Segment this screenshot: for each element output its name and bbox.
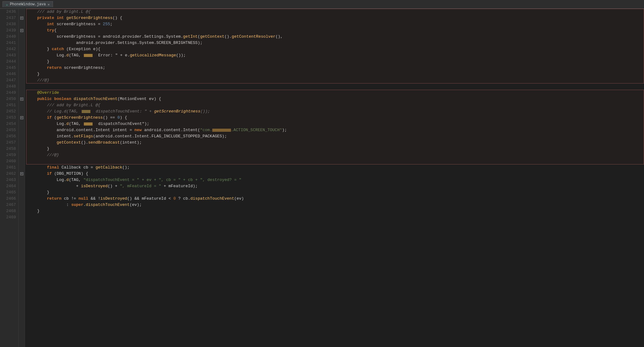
code-text: if (getScreenBrightness() == 0) { xyxy=(27,115,127,121)
ln-2468: 2468 xyxy=(0,208,18,214)
code-line-2450: public boolean dispatchTouchEvent(Motion… xyxy=(27,96,644,102)
ln-2461: 2461 xyxy=(0,164,18,171)
code-text: try{ xyxy=(27,27,57,34)
code-line-2449: @Override xyxy=(27,90,644,96)
code-line-2438: int screenBrightness = 255; xyxy=(27,21,644,27)
code-line-2447: ///@} xyxy=(27,77,644,83)
code-line-2463: Log.d(TAG, "dispatchTouchEvent = " + ev … xyxy=(27,177,644,183)
code-text: /// add by Bright.L @{ xyxy=(27,9,91,15)
file-tab[interactable]: ☕ PhoneWindow.java ✕ xyxy=(2,1,53,7)
code-line-2455: android.content.Intent intent = new andr… xyxy=(27,127,644,133)
code-line-2469 xyxy=(27,214,644,221)
editor-container: 2436 2437 2438 2439 2440 2441 2442 2443 … xyxy=(0,9,644,347)
ln-2456: 2456 xyxy=(0,133,18,140)
ln-2451: 2451 xyxy=(0,102,18,108)
code-text: android.content.Intent intent = new andr… xyxy=(27,127,287,133)
ln-2454: 2454 xyxy=(0,121,18,127)
code-text: + isDestroyed() + ", mFeatureId = " + mF… xyxy=(27,183,198,189)
code-text: } xyxy=(27,208,40,214)
code-line-2458: } xyxy=(27,146,644,152)
code-text: : super.dispatchTouchEvent(ev); xyxy=(27,202,142,208)
code-area[interactable]: /// add by Bright.L @{ private int getSc… xyxy=(25,9,644,347)
code-text: // Log.d(TAG, dispatchTouchEvent: " + ge… xyxy=(27,108,210,115)
ln-2442: 2442 xyxy=(0,46,18,52)
code-line-2453: if (getScreenBrightness() == 0) { xyxy=(27,115,644,121)
code-text: } catch (Exception e){ xyxy=(27,46,100,52)
code-text: @Override xyxy=(27,90,59,96)
fold-btn-2439[interactable]: − xyxy=(19,27,25,34)
code-line-2437: private int getScreenBrightness() { xyxy=(27,15,644,21)
code-line-2440: screenBrightness = android.provider.Sett… xyxy=(27,34,644,40)
code-line-2454: Log.d(TAG, dispatchTouchEvent"); xyxy=(27,121,644,127)
ln-2445: 2445 xyxy=(0,65,18,71)
code-text: /// add by Bright.L @{ xyxy=(27,102,100,108)
code-text: getContext().sendBroadcast(intent); xyxy=(27,140,142,146)
ln-2463: 2463 xyxy=(0,177,18,183)
code-line-2462: if (DBG_MOTION) { xyxy=(27,171,644,177)
code-text: Log.d(TAG, dispatchTouchEvent"); xyxy=(27,121,149,127)
code-line-2442: } catch (Exception e){ xyxy=(27,46,644,52)
code-text: int screenBrightness = 255; xyxy=(27,21,113,27)
ln-2446: 2446 xyxy=(0,71,18,77)
code-text: ///@} xyxy=(27,77,49,83)
code-text: private int getScreenBrightness() { xyxy=(27,15,122,21)
code-text: public boolean dispatchTouchEvent(Motion… xyxy=(27,96,161,102)
fold-btn-2450[interactable]: − xyxy=(19,96,25,102)
ln-2436: 2436 xyxy=(0,9,18,15)
fold-btn-2462[interactable]: − xyxy=(19,171,25,177)
code-text: ///@} xyxy=(27,152,59,158)
ln-2440: 2440 xyxy=(0,34,18,40)
file-icon: ☕ xyxy=(6,2,8,7)
code-text: if (DBG_MOTION) { xyxy=(27,171,88,177)
ln-2464: 2464 xyxy=(0,183,18,189)
code-text: Log.d(TAG, Error: " + e.getLocalizedMess… xyxy=(27,52,186,59)
code-line-2466: return cb != null && !isDestroyed() && m… xyxy=(27,196,644,202)
code-line-2468: } xyxy=(27,208,644,214)
title-bar: ☕ PhoneWindow.java ✕ xyxy=(0,0,644,9)
tab-label: PhoneWindow.java xyxy=(10,2,46,7)
ln-2453: 2453 xyxy=(0,115,18,121)
ln-2438: 2438 xyxy=(0,21,18,27)
ln-2467: 2467 xyxy=(0,202,18,208)
code-text: } xyxy=(27,146,49,152)
ln-2448: 2448 xyxy=(0,83,18,90)
code-text: } xyxy=(27,59,49,65)
code-line-2460 xyxy=(27,158,644,164)
code-line-2457: getContext().sendBroadcast(intent); xyxy=(27,140,644,146)
code-line-2456: intent.setFlags(android.content.Intent.F… xyxy=(27,133,644,140)
code-text: intent.setFlags(android.content.Intent.F… xyxy=(27,133,227,140)
ln-2455: 2455 xyxy=(0,127,18,133)
code-line-2436: /// add by Bright.L @{ xyxy=(27,9,644,15)
code-text: final Callback cb = getCallback(); xyxy=(27,164,130,171)
code-text: return cb != null && !isDestroyed() && m… xyxy=(27,196,244,202)
fold-btn-2437[interactable]: − xyxy=(19,15,25,21)
code-line-2467: : super.dispatchTouchEvent(ev); xyxy=(27,202,644,208)
code-line-2448 xyxy=(27,83,644,90)
code-line-2465: } xyxy=(27,189,644,196)
line-numbers: 2436 2437 2438 2439 2440 2441 2442 2443 … xyxy=(0,9,19,347)
code-line-2444: } xyxy=(27,59,644,65)
ln-2444: 2444 xyxy=(0,59,18,65)
ln-2457: 2457 xyxy=(0,140,18,146)
ln-2466: 2466 xyxy=(0,196,18,202)
code-text: Log.d(TAG, "dispatchTouchEvent = " + ev … xyxy=(27,177,242,183)
ln-2469: 2469 xyxy=(0,214,18,221)
code-line-2452: // Log.d(TAG, dispatchTouchEvent: " + ge… xyxy=(27,108,644,115)
code-line-2443: Log.d(TAG, Error: " + e.getLocalizedMess… xyxy=(27,52,644,59)
code-text: } xyxy=(27,189,49,196)
fold-gutter: − − − − − xyxy=(19,9,25,347)
code-line-2446: } xyxy=(27,71,644,77)
ln-2465: 2465 xyxy=(0,189,18,196)
code-text: screenBrightness = android.provider.Sett… xyxy=(27,34,283,40)
ln-2462: 2462 xyxy=(0,171,18,177)
ln-2439: 2439 xyxy=(0,27,18,34)
close-icon[interactable]: ✕ xyxy=(48,2,50,7)
ln-2459: 2459 xyxy=(0,152,18,158)
code-line-2445: return screenBrightness; xyxy=(27,65,644,71)
ln-2437: 2437 xyxy=(0,15,18,21)
code-text: return screenBrightness; xyxy=(27,65,105,71)
code-line-2451: /// add by Bright.L @{ xyxy=(27,102,644,108)
fold-btn-2453[interactable]: − xyxy=(19,115,25,121)
code-line-2439: try{ xyxy=(27,27,644,34)
code-line-2441: android.provider.Settings.System.SCREEN_… xyxy=(27,40,644,46)
